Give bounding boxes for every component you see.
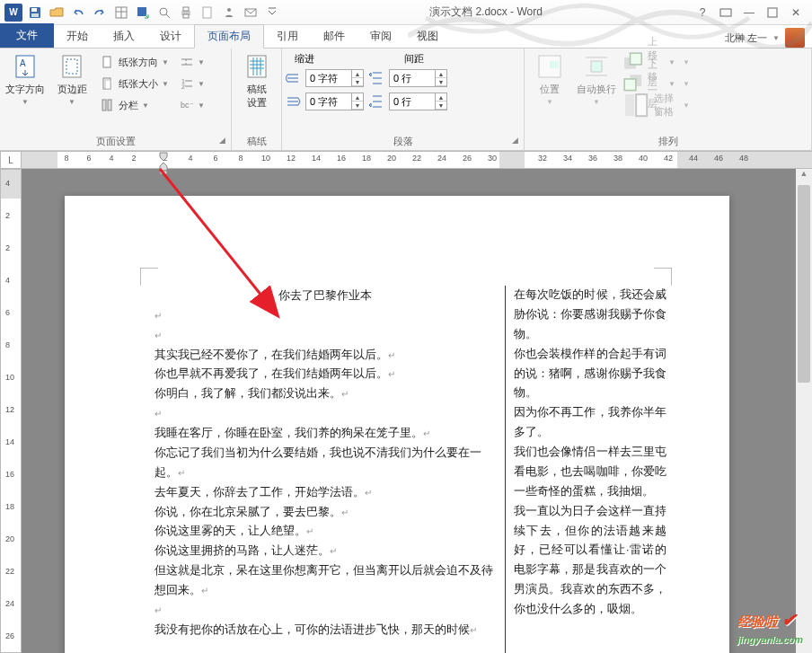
svg-rect-1 (31, 8, 37, 12)
new-doc-icon[interactable] (198, 3, 217, 22)
paragraph: 因为你不再工作，我养你半年多了。 (514, 403, 666, 443)
tab-file[interactable]: 文件 (0, 23, 54, 48)
print-icon[interactable] (176, 3, 196, 22)
user-avatar[interactable] (785, 28, 805, 48)
svg-rect-56 (160, 171, 167, 174)
document-area: 你去了巴黎作业本 ↵↵其实我已经不爱你了，在我们结婚两年以后。↵你也早就不再爱我… (22, 169, 796, 653)
open-icon[interactable] (47, 3, 66, 22)
svg-rect-47 (624, 79, 636, 91)
tab-mailings[interactable]: 邮件 (311, 25, 357, 48)
indent-marker-bottom[interactable] (156, 160, 174, 176)
paragraph: 你说这里拥挤的马路，让人迷茫。↵ (154, 542, 496, 561)
space-after-spinner[interactable]: ▲▼ (389, 93, 447, 110)
column-1: 你去了巴黎作业本 ↵↵其实我已经不爱你了，在我们结婚两年以后。↵你也早就不再爱我… (154, 286, 496, 640)
align-button[interactable]: ▼ (679, 52, 690, 72)
svg-rect-41 (591, 61, 602, 72)
insert-table-icon[interactable] (111, 3, 131, 22)
column-2: 在每次吃饭的时候，我还会威胁你说：你要感谢我赐予你食物。你也会装模作样的合起手有… (514, 286, 666, 620)
group-arrange: 位置▼ 自动换行▼ 上移一层 ▼ 下移一层 ▼ 选择窗格 ▼ ▼ ▼ 排列 (525, 49, 812, 150)
help-icon[interactable]: ? (695, 5, 710, 20)
columns-button[interactable]: 分栏 ▼ (97, 95, 172, 115)
paragraph: 但这就是北京，呆在这里你想离开它，但当离开以后就会迫不及待想回来。↵ (154, 561, 496, 601)
maximize-icon[interactable] (765, 5, 780, 20)
qat-dropdown-icon[interactable] (262, 3, 282, 22)
tab-review[interactable]: 审阅 (357, 25, 404, 48)
paragraph-launcher[interactable]: ◢ (512, 136, 518, 145)
margins-button[interactable]: 页边距 ▼ (50, 50, 93, 133)
space-before-spinner[interactable]: ▲▼ (389, 69, 447, 87)
paragraph: 你也早就不再爱我了，在我们结婚两年以后。↵ (154, 365, 496, 384)
svg-rect-16 (720, 9, 731, 16)
wrap-text-button[interactable]: 自动换行▼ (575, 50, 618, 133)
svg-text:2: 2 (181, 84, 185, 90)
scroll-thumb[interactable] (798, 185, 810, 383)
svg-rect-17 (768, 8, 777, 17)
quick-access-toolbar: W (0, 3, 286, 22)
paragraph: 你忘记了我们当初为什么要结婚，我也说不清我们为什么要在一起。↵ (154, 444, 496, 483)
group-page-setup: A 文字方向 ▼ 页边距 ▼ 纸张方向 ▼ 纸张大小 ▼ (0, 49, 232, 150)
undo-icon[interactable] (68, 3, 88, 22)
paragraph: 你也会装模作样的合起手有词的说：猪啊，感谢你赐予我食物。 (514, 345, 666, 404)
email-icon[interactable] (241, 3, 260, 22)
orientation-button[interactable]: 纸张方向 ▼ (97, 52, 172, 72)
group-manuscript: 稿纸 设置 稿纸 (232, 49, 282, 150)
tab-insert[interactable]: 插入 (101, 25, 147, 48)
user-area[interactable]: 北榊 左一 ▼ (725, 28, 812, 48)
share-icon[interactable] (219, 3, 239, 22)
line-numbers-button[interactable]: 12▼ (176, 74, 208, 93)
redo-icon[interactable] (90, 3, 110, 22)
minimize-icon[interactable]: — (742, 5, 756, 20)
page-setup-launcher[interactable]: ◢ (219, 136, 225, 145)
svg-line-8 (166, 14, 170, 18)
horizontal-ruler[interactable]: [50,70,90,110,170,190,210,230,250,270,29… (22, 151, 812, 169)
svg-rect-49 (636, 94, 647, 116)
save-as-icon[interactable] (133, 3, 153, 22)
paragraph: ↵ (154, 306, 496, 326)
ribbon-display-icon[interactable] (719, 5, 733, 20)
save-icon[interactable] (25, 3, 45, 22)
tab-selector[interactable]: L (0, 151, 22, 169)
indent-left-icon (286, 71, 302, 85)
svg-text:bc⁻: bc⁻ (181, 101, 194, 110)
position-button[interactable]: 位置▼ (528, 50, 571, 133)
ribbon-tabs: 文件 开始 插入 设计 页面布局 引用 邮件 审阅 视图 北榊 左一 ▼ (0, 25, 812, 49)
svg-rect-2 (31, 13, 39, 17)
group-button[interactable]: ▼ (679, 74, 690, 93)
indent-left-spinner[interactable]: ▲▼ (305, 69, 364, 87)
manuscript-button[interactable]: 稿纸 设置 (235, 50, 278, 133)
paragraph: 在每次吃饭的时候，我还会威胁你说：你要感谢我赐予你食物。 (514, 286, 666, 345)
tab-references[interactable]: 引用 (264, 25, 311, 48)
tab-view[interactable]: 视图 (404, 25, 451, 48)
selection-pane-button[interactable]: 选择窗格 (622, 95, 675, 115)
svg-rect-40 (550, 61, 559, 68)
group-paragraph: 缩进 间距 ▲▼ ▲▼ ▲▼ ▲▼ (282, 49, 525, 150)
app-icon[interactable]: W (4, 3, 23, 22)
indent-right-spinner[interactable]: ▲▼ (305, 93, 364, 110)
breaks-button[interactable]: ▼ (176, 52, 208, 72)
hyphenation-button[interactable]: bc⁻▼ (176, 95, 208, 115)
tab-design[interactable]: 设计 (147, 25, 194, 48)
rotate-button[interactable]: ▼ (679, 95, 690, 115)
svg-rect-22 (103, 57, 110, 67)
paragraph: 其实我已经不爱你了，在我们结婚两年以后。↵ (154, 346, 496, 366)
space-before-icon (369, 71, 385, 85)
print-preview-icon[interactable] (154, 3, 174, 22)
svg-rect-26 (108, 100, 111, 110)
tab-page-layout[interactable]: 页面布局 (194, 24, 264, 49)
vertical-ruler[interactable]: 422468101214161820222426 (0, 169, 22, 653)
vertical-scrollbar[interactable]: ▲ (796, 169, 812, 653)
window-title: 演示文档 2.docx - Word (286, 4, 686, 20)
paragraph: 你明白，我了解，我们都没说出来。↵ (154, 384, 496, 404)
svg-point-13 (227, 8, 231, 12)
paragraph: 你说这里雾的天，让人绝望。↵ (154, 522, 496, 542)
page[interactable]: 你去了巴黎作业本 ↵↵其实我已经不爱你了，在我们结婚两年以后。↵你也早就不再爱我… (65, 196, 729, 653)
ribbon: A 文字方向 ▼ 页边距 ▼ 纸张方向 ▼ 纸张大小 ▼ (0, 49, 812, 151)
paragraph: ↵ (154, 404, 496, 424)
column-divider (505, 286, 506, 653)
user-name: 北榊 左一 (725, 31, 767, 45)
size-button[interactable]: 纸张大小 ▼ (97, 74, 172, 93)
close-icon[interactable]: ✕ (789, 5, 803, 20)
paragraph: 你说，你在北京呆腻了，要去巴黎。↵ (154, 503, 496, 523)
tab-home[interactable]: 开始 (54, 25, 101, 48)
text-direction-button[interactable]: A 文字方向 ▼ (4, 50, 47, 133)
